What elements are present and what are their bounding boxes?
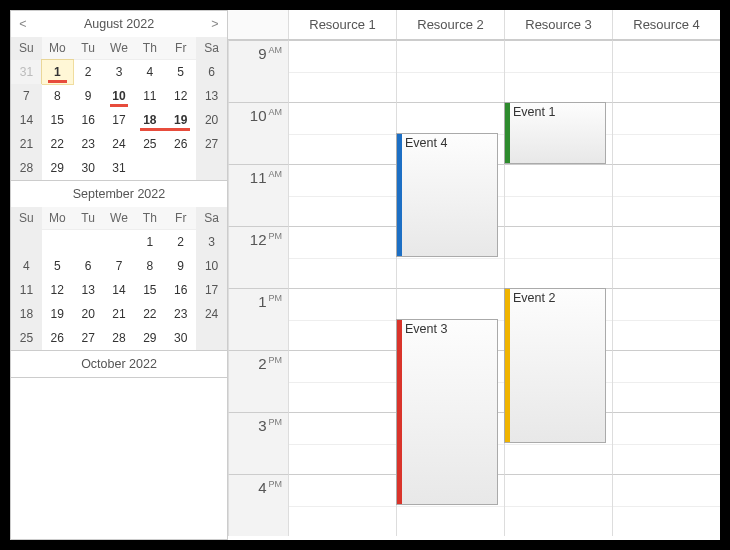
time-slot[interactable] — [612, 288, 720, 350]
day-cell[interactable]: 29 — [42, 156, 73, 180]
event1[interactable]: Event 1 — [504, 102, 606, 164]
day-cell[interactable]: 18 — [134, 108, 165, 132]
event2[interactable]: Event 2 — [504, 288, 606, 443]
time-slot[interactable] — [288, 226, 396, 288]
day-cell[interactable]: 28 — [104, 326, 135, 350]
day-cell[interactable]: 19 — [165, 108, 196, 132]
day-cell[interactable]: 21 — [104, 302, 135, 326]
day-cell[interactable]: 9 — [73, 84, 104, 108]
prev-month-button[interactable]: < — [13, 11, 33, 37]
time-slot[interactable] — [612, 474, 720, 536]
day-cell[interactable]: 9 — [165, 254, 196, 278]
day-cell[interactable]: 1 — [42, 60, 73, 84]
time-slot[interactable] — [288, 412, 396, 474]
event4[interactable]: Event 4 — [396, 133, 498, 257]
day-cell[interactable]: 4 — [11, 254, 42, 278]
day-cell[interactable]: 12 — [42, 278, 73, 302]
day-cell[interactable]: 13 — [73, 278, 104, 302]
day-cell[interactable]: 27 — [196, 132, 227, 156]
resource-header[interactable]: Resource 3 — [504, 10, 612, 39]
day-cell[interactable]: 28 — [11, 156, 42, 180]
day-cell[interactable]: 21 — [11, 132, 42, 156]
time-slot[interactable] — [504, 226, 612, 288]
day-cell[interactable]: 6 — [73, 254, 104, 278]
day-cell[interactable]: 25 — [134, 132, 165, 156]
day-cell[interactable]: 23 — [73, 132, 104, 156]
day-cell[interactable]: 22 — [134, 302, 165, 326]
time-slot[interactable] — [612, 102, 720, 164]
day-cell[interactable]: 3 — [196, 230, 227, 254]
day-cell[interactable]: 6 — [196, 60, 227, 84]
month-block: <August 2022>SuMoTuWeThFrSa3112345678910… — [11, 11, 227, 181]
day-cell[interactable]: 26 — [42, 326, 73, 350]
day-cell[interactable]: 13 — [196, 84, 227, 108]
day-cell[interactable]: 8 — [42, 84, 73, 108]
day-cell[interactable]: 16 — [73, 108, 104, 132]
time-slot[interactable] — [288, 350, 396, 412]
event3[interactable]: Event 3 — [396, 319, 498, 505]
day-cell[interactable]: 7 — [104, 254, 135, 278]
day-cell[interactable]: 5 — [165, 60, 196, 84]
day-cell[interactable]: 23 — [165, 302, 196, 326]
day-cell[interactable]: 17 — [104, 108, 135, 132]
day-cell[interactable]: 30 — [165, 326, 196, 350]
time-slot[interactable] — [288, 474, 396, 536]
resource-header[interactable]: Resource 4 — [612, 10, 720, 39]
time-slot[interactable] — [612, 226, 720, 288]
day-cell[interactable]: 11 — [11, 278, 42, 302]
day-cell[interactable]: 10 — [196, 254, 227, 278]
time-label: 4PM — [228, 474, 288, 536]
resource-header-row: Resource 1Resource 2Resource 3Resource 4 — [228, 10, 720, 40]
day-cell[interactable]: 31 — [104, 156, 135, 180]
day-cell[interactable]: 30 — [73, 156, 104, 180]
time-slot[interactable] — [504, 474, 612, 536]
next-month-button[interactable]: > — [205, 11, 225, 37]
resource-header[interactable]: Resource 1 — [288, 10, 396, 39]
dow-row: SuMoTuWeThFrSa — [11, 207, 227, 230]
day-cell[interactable]: 15 — [134, 278, 165, 302]
day-cell[interactable]: 8 — [134, 254, 165, 278]
time-slot[interactable] — [612, 40, 720, 102]
day-cell[interactable]: 7 — [11, 84, 42, 108]
day-cell[interactable]: 16 — [165, 278, 196, 302]
time-slot[interactable] — [504, 40, 612, 102]
day-cell[interactable]: 24 — [196, 302, 227, 326]
day-cell[interactable]: 19 — [42, 302, 73, 326]
day-cell[interactable]: 29 — [134, 326, 165, 350]
day-cell[interactable]: 12 — [165, 84, 196, 108]
event-color-stripe — [505, 103, 510, 163]
day-cell[interactable]: 25 — [11, 326, 42, 350]
time-slot[interactable] — [504, 164, 612, 226]
day-cell[interactable]: 20 — [196, 108, 227, 132]
time-slot[interactable] — [612, 350, 720, 412]
day-cell[interactable]: 2 — [73, 60, 104, 84]
day-cell[interactable]: 31 — [11, 60, 42, 84]
day-cell[interactable]: 3 — [104, 60, 135, 84]
day-cell[interactable]: 24 — [104, 132, 135, 156]
day-cell[interactable]: 22 — [42, 132, 73, 156]
day-cell[interactable]: 10 — [104, 84, 135, 108]
time-slot[interactable] — [288, 102, 396, 164]
day-cell[interactable]: 15 — [42, 108, 73, 132]
time-slot[interactable] — [612, 412, 720, 474]
day-cell[interactable]: 18 — [11, 302, 42, 326]
day-cell[interactable]: 27 — [73, 326, 104, 350]
day-cell[interactable]: 17 — [196, 278, 227, 302]
time-slot[interactable] — [288, 40, 396, 102]
dow-label: We — [104, 207, 135, 229]
day-cell[interactable]: 11 — [134, 84, 165, 108]
day-cell[interactable]: 26 — [165, 132, 196, 156]
time-slot[interactable] — [288, 164, 396, 226]
day-cell[interactable]: 20 — [73, 302, 104, 326]
day-cell[interactable]: 14 — [11, 108, 42, 132]
day-cell[interactable]: 1 — [134, 230, 165, 254]
time-slot[interactable] — [612, 164, 720, 226]
day-cell[interactable]: 2 — [165, 230, 196, 254]
day-cell[interactable]: 5 — [42, 254, 73, 278]
resource-header[interactable]: Resource 2 — [396, 10, 504, 39]
month-header: September 2022 — [11, 181, 227, 207]
day-cell[interactable]: 14 — [104, 278, 135, 302]
time-slot[interactable] — [396, 40, 504, 102]
day-cell[interactable]: 4 — [134, 60, 165, 84]
time-slot[interactable] — [288, 288, 396, 350]
